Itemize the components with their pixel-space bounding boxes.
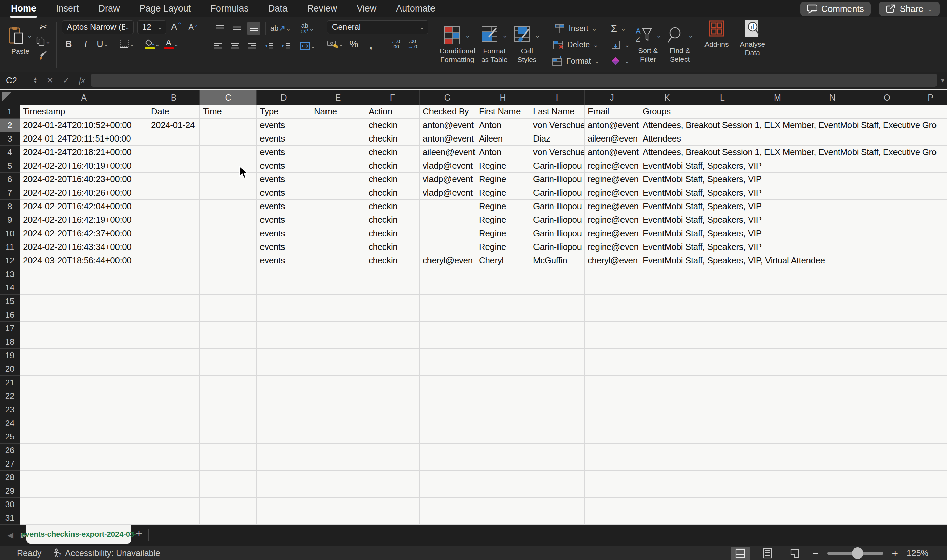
- cell-C12[interactable]: [200, 254, 257, 268]
- cell-F25[interactable]: [365, 430, 420, 443]
- cell-O7[interactable]: [860, 186, 915, 200]
- cell-I9[interactable]: Garin-Iliopou: [530, 213, 585, 227]
- cell-L20[interactable]: [695, 362, 750, 376]
- cell-N14[interactable]: [805, 281, 860, 295]
- cell-B31[interactable]: [148, 511, 200, 525]
- cell-K9[interactable]: EventMobi Staff, Speakers, VIP: [639, 213, 695, 227]
- cell-F29[interactable]: [365, 484, 420, 498]
- menu-item-review[interactable]: Review: [307, 3, 337, 14]
- cell-E22[interactable]: [311, 389, 365, 403]
- cell-E5[interactable]: [311, 159, 365, 173]
- cell-F2[interactable]: checkin: [365, 118, 420, 132]
- cell-E1[interactable]: Name: [311, 105, 365, 118]
- zoom-slider-thumb[interactable]: [852, 548, 863, 559]
- insert-cells-button[interactable]: Insert ⌄: [554, 20, 597, 37]
- cell-D17[interactable]: [257, 322, 311, 335]
- column-header-E[interactable]: E: [311, 90, 365, 105]
- cell-D22[interactable]: [257, 389, 311, 403]
- cell-K28[interactable]: [639, 471, 695, 484]
- percent-button[interactable]: %: [347, 37, 361, 51]
- cell-M19[interactable]: [750, 349, 805, 362]
- cell-F7[interactable]: checkin: [365, 186, 420, 200]
- row-header-24[interactable]: 24: [0, 417, 20, 430]
- page-break-view-button[interactable]: [785, 547, 804, 560]
- cell-F27[interactable]: [365, 457, 420, 471]
- row-header-8[interactable]: 8: [0, 200, 20, 213]
- align-right-button[interactable]: [245, 39, 259, 53]
- cell-A18[interactable]: [20, 335, 148, 349]
- decrease-font-button[interactable]: A⌄: [186, 20, 200, 34]
- cell-H7[interactable]: Regine: [476, 186, 530, 200]
- row-header-27[interactable]: 27: [0, 457, 20, 471]
- cell-M25[interactable]: [750, 430, 805, 443]
- cell-G12[interactable]: cheryl@even: [420, 254, 476, 268]
- cell-I25[interactable]: [530, 430, 585, 443]
- paste-button[interactable]: ⌄ Paste: [8, 26, 32, 55]
- cell-K1[interactable]: Groups: [639, 105, 695, 118]
- cell-H15[interactable]: [476, 295, 530, 308]
- cell-D6[interactable]: events: [257, 173, 311, 186]
- cell-D12[interactable]: events: [257, 254, 311, 268]
- row-header-5[interactable]: 5: [0, 159, 20, 173]
- row-header-21[interactable]: 21: [0, 376, 20, 389]
- cell-O10[interactable]: [860, 227, 915, 240]
- row-header-16[interactable]: 16: [0, 308, 20, 322]
- column-header-I[interactable]: I: [530, 90, 585, 105]
- cell-G21[interactable]: [420, 376, 476, 389]
- cell-E14[interactable]: [311, 281, 365, 295]
- cell-N23[interactable]: [805, 403, 860, 417]
- cell-M13[interactable]: [750, 268, 805, 281]
- prev-sheet-icon[interactable]: ◀: [8, 531, 13, 540]
- cell-D16[interactable]: [257, 308, 311, 322]
- cell-J10[interactable]: regine@even: [585, 227, 639, 240]
- cell-I19[interactable]: [530, 349, 585, 362]
- cell-J31[interactable]: [585, 511, 639, 525]
- cell-K27[interactable]: [639, 457, 695, 471]
- cell-F3[interactable]: checkin: [365, 132, 420, 146]
- cell-A29[interactable]: [20, 484, 148, 498]
- cell-P11[interactable]: [915, 240, 947, 254]
- row-header-3[interactable]: 3: [0, 132, 20, 146]
- cell-F5[interactable]: checkin: [365, 159, 420, 173]
- cell-D25[interactable]: [257, 430, 311, 443]
- font-color-button[interactable]: A ⌄: [163, 37, 179, 51]
- cell-L25[interactable]: [695, 430, 750, 443]
- cell-E15[interactable]: [311, 295, 365, 308]
- cell-F11[interactable]: checkin: [365, 240, 420, 254]
- cell-E25[interactable]: [311, 430, 365, 443]
- cell-E21[interactable]: [311, 376, 365, 389]
- cell-K5[interactable]: EventMobi Staff, Speakers, VIP: [639, 159, 695, 173]
- row-header-29[interactable]: 29: [0, 484, 20, 498]
- cell-B12[interactable]: [148, 254, 200, 268]
- cell-J11[interactable]: regine@even: [585, 240, 639, 254]
- cell-I8[interactable]: Garin-Iliopou: [530, 200, 585, 213]
- cell-C21[interactable]: [200, 376, 257, 389]
- cell-P16[interactable]: [915, 308, 947, 322]
- row-header-30[interactable]: 30: [0, 498, 20, 511]
- borders-button[interactable]: ⌄: [119, 37, 135, 51]
- cell-K24[interactable]: [639, 417, 695, 430]
- cell-D10[interactable]: events: [257, 227, 311, 240]
- row-header-1[interactable]: 1: [0, 105, 20, 118]
- align-middle-button[interactable]: [230, 22, 243, 35]
- cell-P19[interactable]: [915, 349, 947, 362]
- cell-B10[interactable]: [148, 227, 200, 240]
- column-header-D[interactable]: D: [257, 90, 311, 105]
- cell-O13[interactable]: [860, 268, 915, 281]
- cell-C31[interactable]: [200, 511, 257, 525]
- cell-O9[interactable]: [860, 213, 915, 227]
- cell-H4[interactable]: Anton: [476, 146, 530, 159]
- cell-K3[interactable]: Attendees: [639, 132, 695, 146]
- cell-J5[interactable]: regine@even: [585, 159, 639, 173]
- cell-B21[interactable]: [148, 376, 200, 389]
- formula-input[interactable]: [91, 74, 937, 87]
- cell-C1[interactable]: Time: [200, 105, 257, 118]
- underline-button[interactable]: U⌄: [96, 37, 109, 51]
- cell-G24[interactable]: [420, 417, 476, 430]
- row-header-10[interactable]: 10: [0, 227, 20, 240]
- cell-C13[interactable]: [200, 268, 257, 281]
- menu-item-view[interactable]: View: [357, 3, 376, 14]
- cell-D23[interactable]: [257, 403, 311, 417]
- cell-K6[interactable]: EventMobi Staff, Speakers, VIP: [639, 173, 695, 186]
- cell-C30[interactable]: [200, 498, 257, 511]
